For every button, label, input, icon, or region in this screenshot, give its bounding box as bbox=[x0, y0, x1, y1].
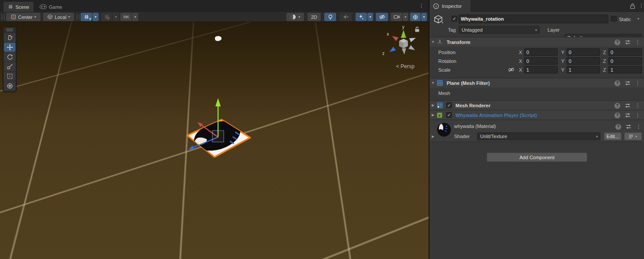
help-icon[interactable]: ? bbox=[614, 40, 620, 45]
rotation-x-field[interactable] bbox=[524, 57, 558, 65]
gizmos-toggle[interactable] bbox=[410, 13, 421, 21]
grid-visibility-toggle[interactable]: Y bbox=[81, 13, 92, 21]
camera-settings-button[interactable] bbox=[391, 13, 402, 21]
help-icon[interactable]: ? bbox=[614, 103, 620, 109]
shader-edit-button[interactable]: Edit... bbox=[604, 132, 622, 140]
help-icon[interactable]: ? bbox=[615, 124, 621, 130]
scale-x-field[interactable] bbox=[524, 66, 558, 73]
gizmo-neg-x-cone[interactable] bbox=[409, 38, 416, 42]
position-z-field[interactable] bbox=[608, 48, 642, 56]
selected-plane-object[interactable] bbox=[174, 95, 264, 167]
mesh-filter-header[interactable]: ▼ Plane (Mesh Filter) ? ⋮ bbox=[429, 78, 644, 88]
rotation-y-field[interactable] bbox=[566, 57, 600, 65]
static-checkbox[interactable] bbox=[611, 16, 617, 22]
gizmo-z-cone[interactable] bbox=[389, 47, 396, 52]
gizmo-x-cone[interactable] bbox=[392, 36, 399, 41]
projection-toggle[interactable]: < Persp bbox=[388, 63, 423, 69]
gameobject-name-field[interactable] bbox=[459, 15, 608, 23]
gizmo-y-cone[interactable] bbox=[401, 30, 406, 38]
help-icon[interactable]: ? bbox=[614, 80, 620, 86]
chevron-down-icon: ▾ bbox=[115, 15, 117, 19]
scale-y-field[interactable] bbox=[566, 66, 600, 73]
mesh-renderer-enabled-checkbox[interactable]: ✓ bbox=[446, 102, 452, 108]
scene-effects-dropdown[interactable]: ▾ bbox=[367, 13, 373, 21]
shading-mode-dropdown[interactable]: ▾ bbox=[286, 13, 304, 21]
presets-icon[interactable] bbox=[625, 112, 631, 118]
scene-visibility-toggle[interactable] bbox=[376, 13, 388, 21]
scale-link-toggle-icon[interactable] bbox=[508, 67, 514, 73]
static-flags-dropdown[interactable]: ▾ bbox=[637, 17, 639, 21]
tab-scene[interactable]: Scene bbox=[4, 2, 33, 12]
handle-space-dropdown[interactable]: Local ▾ bbox=[43, 13, 74, 21]
rotate-tool-button[interactable] bbox=[4, 52, 15, 62]
tag-dropdown[interactable]: Untagged ▾ bbox=[459, 26, 540, 34]
position-y-field[interactable] bbox=[566, 48, 600, 56]
scene-lighting-toggle[interactable] bbox=[324, 13, 336, 21]
presets-icon[interactable] bbox=[625, 80, 631, 86]
tab-game[interactable]: Game bbox=[35, 2, 67, 12]
material-foldout-icon[interactable]: ▶ bbox=[429, 135, 437, 139]
view-tool-button[interactable] bbox=[4, 33, 15, 42]
grid-visibility-dropdown[interactable]: ▾ bbox=[93, 13, 99, 21]
presets-icon[interactable] bbox=[625, 124, 632, 130]
scene-audio-toggle[interactable] bbox=[340, 13, 352, 21]
component-menu-icon[interactable]: ⋮ bbox=[635, 40, 640, 45]
presets-icon[interactable] bbox=[625, 102, 631, 109]
snap-to-grid-toggle[interactable] bbox=[101, 13, 112, 21]
toolbar-drag-handle[interactable] bbox=[2, 14, 4, 20]
orientation-gizmo[interactable]: y x z bbox=[379, 23, 428, 63]
tab-game-label: Game bbox=[49, 4, 62, 10]
active-checkbox[interactable]: ✓ bbox=[452, 16, 457, 22]
transform-header[interactable]: ▼ Transform ? ⋮ bbox=[429, 37, 644, 47]
gizmo-y-arrowhead[interactable] bbox=[215, 98, 221, 106]
inspector-menu-icon[interactable]: ⋮ bbox=[639, 3, 644, 8]
component-menu-icon[interactable]: ⋮ bbox=[635, 80, 640, 86]
inspector-lock-icon[interactable] bbox=[630, 3, 635, 9]
presets-icon[interactable] bbox=[625, 39, 631, 45]
2d-mode-toggle[interactable]: 2D bbox=[307, 13, 321, 21]
gizmo-z-arrowhead[interactable] bbox=[189, 146, 194, 150]
transform-tool-button[interactable] bbox=[4, 81, 15, 91]
gizmo-x-arrowhead[interactable] bbox=[197, 122, 203, 127]
tools-drag-handle[interactable] bbox=[6, 29, 13, 31]
shader-dropdown[interactable]: Unlit/Texture ▾ bbox=[477, 132, 600, 140]
component-menu-icon[interactable]: ⋮ bbox=[635, 113, 640, 118]
help-icon[interactable]: ? bbox=[614, 113, 620, 118]
foldout-icon[interactable]: ▼ bbox=[429, 81, 437, 85]
foldout-icon[interactable]: ▶ bbox=[429, 103, 437, 107]
move-tool-button[interactable] bbox=[4, 43, 15, 52]
chevron-down-icon: ▾ bbox=[423, 15, 425, 19]
gizmo-neg-y-cone[interactable] bbox=[402, 48, 406, 55]
script-enabled-checkbox[interactable]: ✓ bbox=[446, 112, 452, 118]
gizmo-center-square[interactable] bbox=[212, 131, 224, 142]
camera-settings-dropdown[interactable]: ▾ bbox=[403, 13, 408, 21]
component-menu-icon[interactable]: ⋮ bbox=[636, 124, 641, 129]
component-menu-icon[interactable]: ⋮ bbox=[635, 103, 640, 108]
scene-effects-toggle[interactable] bbox=[355, 13, 367, 21]
pivot-icon bbox=[11, 14, 16, 20]
scene-tab-menu-icon[interactable]: ⋮ bbox=[419, 3, 424, 8]
material-preview-sphere[interactable] bbox=[437, 122, 452, 137]
gameobject-icon-dropdown[interactable]: ▾ bbox=[442, 21, 444, 25]
rect-tool-button[interactable] bbox=[4, 72, 15, 81]
mesh-renderer-header[interactable]: ▶ ✓ Mesh Renderer ? ⋮ bbox=[429, 100, 644, 110]
material-menu-button[interactable]: ▾ bbox=[624, 132, 642, 140]
toolbar-drag-handle[interactable] bbox=[77, 14, 79, 20]
chevron-down-icon: ▾ bbox=[369, 15, 371, 19]
add-component-button[interactable]: Add Component bbox=[487, 153, 587, 162]
snap-to-grid-dropdown[interactable]: ▾ bbox=[113, 13, 119, 21]
tab-inspector[interactable]: i Inspector bbox=[429, 0, 470, 12]
snap-increment-dropdown[interactable]: ▾ bbox=[132, 13, 138, 21]
position-x-field[interactable] bbox=[524, 48, 558, 56]
snap-increment-button[interactable] bbox=[120, 13, 132, 21]
scene-viewport[interactable]: y x z < Persp bbox=[0, 22, 429, 259]
gizmo-neg-z-cone[interactable] bbox=[409, 45, 415, 50]
pivot-mode-dropdown[interactable]: Center ▾ bbox=[6, 13, 41, 21]
rotation-z-field[interactable] bbox=[608, 57, 642, 65]
script-component-header[interactable]: ▶ # ✓ Whywaita Animation Player (Script)… bbox=[429, 110, 644, 120]
foldout-icon[interactable]: ▶ bbox=[429, 113, 437, 117]
scale-z-field[interactable] bbox=[608, 66, 642, 73]
gizmos-dropdown[interactable]: ▾ bbox=[421, 13, 427, 21]
scale-tool-button[interactable] bbox=[4, 62, 15, 71]
foldout-icon[interactable]: ▼ bbox=[429, 40, 437, 44]
